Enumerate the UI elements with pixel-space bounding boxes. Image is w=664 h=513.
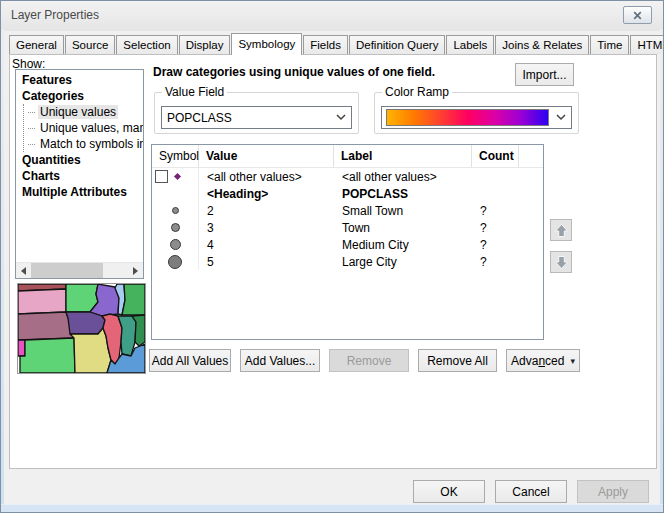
tab-general[interactable]: General: [9, 35, 64, 54]
column-header-count[interactable]: Count: [472, 145, 519, 167]
window-edge-right: [660, 29, 663, 512]
apply-button: Apply: [577, 480, 649, 503]
panel-description: Draw categories using unique values of o…: [153, 65, 435, 79]
advanced-button[interactable]: Advanced ▾: [506, 349, 580, 372]
cell-label: <all other values>: [334, 170, 472, 184]
column-header-value[interactable]: Value: [199, 145, 334, 167]
symbology-tab-panel: Show: FeaturesCategoriesUnique valuesUni…: [9, 54, 657, 469]
move-up-button[interactable]: [550, 219, 572, 241]
state-nebraska: [18, 312, 75, 340]
triangle-right-icon: [133, 267, 138, 275]
import-button[interactable]: Import...: [515, 63, 574, 86]
tab-definition-query[interactable]: Definition Query: [349, 35, 445, 54]
column-header-symbol[interactable]: Symbol: [152, 145, 199, 167]
add-all-values-button[interactable]: Add All Values: [149, 349, 231, 372]
tab-labels[interactable]: Labels: [446, 35, 494, 54]
tree-item-unique-values-many[interactable]: Unique values, many: [24, 120, 143, 136]
chevron-down-icon: [331, 114, 351, 121]
tree-item-charts[interactable]: Charts: [16, 168, 143, 184]
cell-label: Medium City: [334, 238, 472, 252]
cell-symbol: [152, 185, 199, 202]
table-row[interactable]: 5Large City?: [152, 253, 543, 270]
close-icon: [633, 11, 642, 20]
tab-html-popup[interactable]: HTML Popup: [630, 35, 664, 54]
tree-horizontal-scrollbar[interactable]: [16, 262, 143, 278]
state-kansas: [20, 338, 75, 373]
tab-joins-relates[interactable]: Joins & Relates: [495, 35, 589, 54]
cell-value: <all other values>: [199, 170, 334, 184]
arrow-up-icon: [554, 223, 569, 238]
values-table-header: SymbolValueLabelCount: [152, 145, 543, 168]
value-field-selected-value: POPCLASS: [162, 111, 331, 125]
tab-display[interactable]: Display: [179, 35, 231, 54]
state-iowa: [66, 312, 105, 334]
table-row[interactable]: <all other values><all other values>: [152, 168, 543, 185]
caret-down-icon: ▾: [570, 356, 575, 366]
table-row[interactable]: 3Town?: [152, 219, 543, 236]
marker-symbol[interactable]: [174, 173, 181, 180]
values-table-body: <all other values><all other values><Hea…: [152, 168, 543, 270]
cell-symbol: [152, 202, 199, 219]
move-down-button[interactable]: [550, 251, 572, 273]
marker-symbol[interactable]: [170, 239, 181, 250]
advanced-label-pre: Adva: [511, 354, 538, 368]
cell-value: <Heading>: [199, 187, 334, 201]
cell-value: 5: [199, 255, 334, 269]
scroll-left-button[interactable]: [16, 263, 31, 278]
tab-fields[interactable]: Fields: [303, 35, 348, 54]
tab-selection[interactable]: Selection: [116, 35, 177, 54]
add-values-button[interactable]: Add Values...: [240, 349, 320, 372]
triangle-left-icon: [21, 267, 26, 275]
ok-button[interactable]: OK: [413, 480, 485, 503]
cell-value: 3: [199, 221, 334, 235]
tree-item-match-to-symbols-in-a[interactable]: Match to symbols in a: [24, 136, 143, 152]
advanced-label-post: ced: [545, 354, 564, 368]
window-title: Layer Properties: [11, 8, 99, 22]
cancel-button[interactable]: Cancel: [495, 480, 567, 503]
table-row[interactable]: 4Medium City?: [152, 236, 543, 253]
tree-item-unique-values[interactable]: Unique values: [24, 104, 143, 120]
tab-source[interactable]: Source: [65, 35, 115, 54]
remove-all-button[interactable]: Remove All: [418, 349, 497, 372]
values-table: SymbolValueLabelCount <all other values>…: [151, 144, 544, 340]
window-edge-left: [1, 29, 4, 512]
tab-time[interactable]: Time: [590, 35, 629, 54]
column-header-filler: [519, 145, 543, 167]
cell-symbol: [152, 219, 199, 236]
preview-map-svg: [18, 284, 145, 373]
tree-item-quantities[interactable]: Quantities: [16, 152, 143, 168]
cell-count: ?: [472, 221, 519, 235]
close-button[interactable]: [623, 6, 652, 24]
cell-count: ?: [472, 238, 519, 252]
show-tree: FeaturesCategoriesUnique valuesUnique va…: [15, 69, 144, 279]
advanced-label-mnemonic: n: [538, 354, 545, 368]
marker-symbol[interactable]: [168, 255, 182, 269]
chevron-down-icon: [551, 114, 571, 121]
cell-label: Town: [334, 221, 472, 235]
cell-label: Large City: [334, 255, 472, 269]
tree-item-features[interactable]: Features: [16, 72, 143, 88]
value-field-group: Value Field POPCLASS: [154, 92, 359, 134]
marker-symbol[interactable]: [172, 207, 179, 214]
tree-item-list: FeaturesCategoriesUnique valuesUnique va…: [16, 70, 143, 200]
table-row[interactable]: <Heading>POPCLASS: [152, 185, 543, 202]
tree-item-categories[interactable]: Categories: [16, 88, 143, 104]
color-ramp-swatch: [386, 109, 549, 126]
symbology-preview-map: [17, 283, 146, 374]
tab-symbology[interactable]: Symbology: [231, 33, 302, 55]
scrollbar-thumb[interactable]: [31, 263, 103, 278]
scroll-right-button[interactable]: [128, 263, 143, 278]
tab-bar: GeneralSourceSelectionDisplaySymbologyFi…: [9, 33, 664, 54]
color-ramp-group: Color Ramp: [374, 92, 579, 134]
color-ramp-dropdown[interactable]: [381, 106, 572, 129]
column-header-label[interactable]: Label: [334, 145, 472, 167]
table-row[interactable]: 2Small Town?: [152, 202, 543, 219]
all-other-values-checkbox[interactable]: [155, 170, 168, 183]
scrollbar-track[interactable]: [31, 263, 128, 278]
layer-properties-dialog: Layer Properties GeneralSourceSelectionD…: [0, 0, 664, 513]
marker-symbol[interactable]: [171, 223, 180, 232]
cell-count: ?: [472, 255, 519, 269]
value-field-dropdown[interactable]: POPCLASS: [161, 106, 352, 129]
color-ramp-group-label: Color Ramp: [382, 86, 452, 99]
tree-item-multiple-attributes[interactable]: Multiple Attributes: [16, 184, 143, 200]
